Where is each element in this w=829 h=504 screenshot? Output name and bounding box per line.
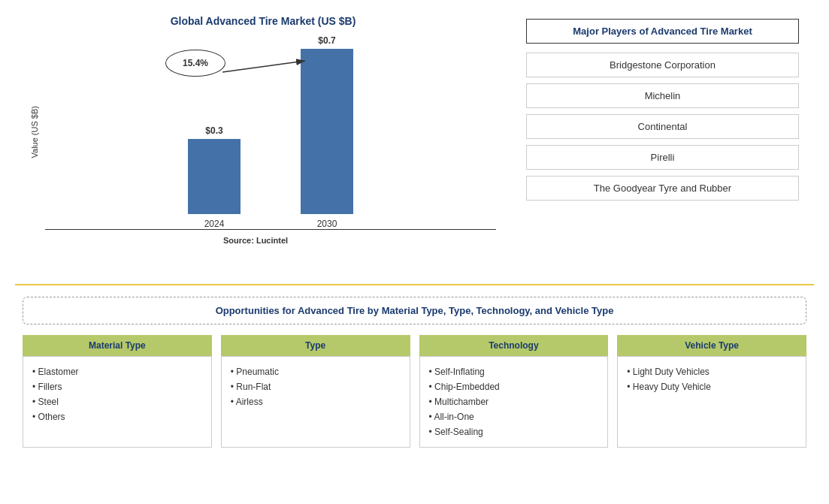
cagr-arrow-svg — [222, 57, 313, 87]
top-section: Global Advanced Tire Market (US $B) Valu… — [15, 8, 814, 285]
col-technology: Technology Self-Inflating Chip-Embedded … — [419, 335, 609, 448]
col-header-vehicle: Vehicle Type — [617, 335, 806, 356]
list-item: Multichamber — [429, 394, 599, 409]
right-panel: Major Players of Advanced Tire Market Br… — [511, 8, 814, 284]
list-item: Others — [32, 409, 202, 424]
list-item: Self-Inflating — [429, 364, 599, 379]
col-header-technology: Technology — [419, 335, 609, 356]
players-title-box: Major Players of Advanced Tire Market — [526, 19, 799, 44]
list-item: Airless — [231, 394, 401, 409]
opportunities-title: Opportunities for Advanced Tire by Mater… — [23, 297, 806, 324]
chart-source: Source: Lucintel — [223, 236, 303, 245]
col-header-material: Material Type — [23, 335, 212, 356]
list-item: Pneumatic — [231, 364, 401, 379]
list-item: Steel — [32, 394, 202, 409]
player-bridgestone: Bridgestone Corporation — [526, 53, 799, 77]
list-item: Fillers — [32, 379, 202, 394]
bottom-section: Opportunities for Advanced Tire by Mater… — [15, 285, 814, 455]
col-header-type: Type — [221, 335, 410, 356]
player-goodyear: The Goodyear Tyre and Rubber — [526, 176, 799, 201]
player-pirelli: Pirelli — [526, 145, 799, 170]
list-item: Chip-Embedded — [429, 379, 599, 394]
chart-wrapper: Value (US $B) 15.4% — [30, 35, 496, 230]
columns-container: Material Type Elastomer Fillers Steel Ot… — [23, 335, 806, 448]
bar-value-2024: $0.3 — [205, 125, 222, 136]
list-item: Elastomer — [32, 364, 202, 379]
list-item: Self-Sealing — [429, 424, 599, 439]
player-michelin: Michelin — [526, 83, 799, 108]
col-type: Type Pneumatic Run-Flat Airless — [221, 335, 410, 448]
chart-title: Global Advanced Tire Market (US $B) — [171, 15, 356, 27]
bar-label-2024: 2024 — [204, 219, 225, 229]
col-body-vehicle: Light Duty Vehicles Heavy Duty Vehicle — [617, 356, 806, 448]
list-item: Light Duty Vehicles — [627, 364, 797, 379]
col-body-type: Pneumatic Run-Flat Airless — [221, 356, 410, 448]
cagr-ellipse: 15.4% — [165, 50, 225, 77]
svg-line-1 — [222, 61, 305, 72]
chart-area: Global Advanced Tire Market (US $B) Valu… — [15, 8, 511, 284]
col-body-technology: Self-Inflating Chip-Embedded Multichambe… — [419, 356, 609, 448]
bars-container: 15.4% — [45, 35, 496, 229]
bar-value-2030: $0.7 — [318, 35, 335, 46]
bar-group-2024: $0.3 2024 — [188, 125, 241, 229]
list-item: Run-Flat — [231, 379, 401, 394]
main-container: Global Advanced Tire Market (US $B) Valu… — [0, 0, 829, 504]
list-item: Heavy Duty Vehicle — [627, 379, 797, 394]
col-body-material: Elastomer Fillers Steel Others — [23, 356, 212, 448]
col-vehicle-type: Vehicle Type Light Duty Vehicles Heavy D… — [617, 335, 806, 448]
chart-inner: 15.4% — [45, 35, 496, 230]
list-item: All-in-One — [429, 409, 599, 424]
player-continental: Continental — [526, 114, 799, 139]
bar-label-2030: 2030 — [317, 219, 337, 229]
cagr-label: 15.4% — [183, 58, 208, 68]
col-material-type: Material Type Elastomer Fillers Steel Ot… — [23, 335, 212, 448]
bar-2024 — [188, 139, 241, 214]
y-axis-label: Value (US $B) — [30, 106, 39, 158]
x-axis-line — [45, 229, 496, 230]
